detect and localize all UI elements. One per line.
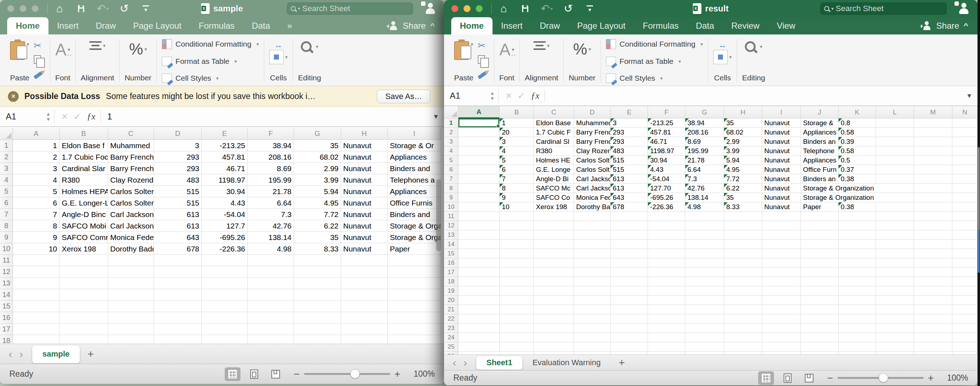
cell-F13[interactable]	[648, 230, 685, 240]
cell-B18[interactable]	[60, 335, 108, 344]
cell-C13[interactable]	[108, 278, 154, 289]
cell-M4[interactable]	[914, 146, 952, 156]
cell-L2[interactable]	[876, 128, 914, 137]
cell-H21[interactable]	[724, 305, 762, 314]
cell-C8[interactable]: Carl Jackson	[108, 220, 154, 232]
cell-K16[interactable]	[838, 258, 876, 268]
row-header-21[interactable]: 21	[444, 305, 458, 314]
cell-K7[interactable]: 0.38	[838, 174, 876, 184]
cell-N11[interactable]	[952, 212, 977, 221]
cell-D17[interactable]	[574, 268, 611, 277]
cell-D6[interactable]: 515	[154, 197, 202, 209]
cell-H19[interactable]	[724, 286, 762, 295]
cell-C9[interactable]: Monica Fede	[108, 232, 154, 243]
cell-H23[interactable]	[724, 324, 762, 333]
cell-E4[interactable]: 483	[611, 146, 648, 156]
cell-C18[interactable]	[108, 335, 154, 344]
cell-E8[interactable]: 613	[611, 184, 648, 193]
close-button[interactable]	[451, 5, 458, 12]
cell-I17[interactable]	[762, 268, 801, 277]
share-person-icon[interactable]	[958, 3, 970, 14]
cell-E3[interactable]: 293	[611, 137, 648, 146]
cell-E14[interactable]	[611, 240, 648, 249]
font-button[interactable]: A▾Font	[55, 40, 70, 82]
cell-N2[interactable]	[952, 128, 977, 137]
cell-L13[interactable]	[876, 230, 914, 240]
row-header-8[interactable]: 8	[444, 184, 458, 193]
cell-E25[interactable]	[611, 342, 648, 351]
cell-N17[interactable]	[952, 268, 977, 277]
cell-C20[interactable]	[534, 295, 574, 305]
column-header-H[interactable]: H	[341, 128, 388, 140]
cell-B15[interactable]	[500, 249, 534, 258]
cell-A8[interactable]: 8	[13, 220, 60, 232]
tab-insert[interactable]: Insert	[493, 17, 531, 35]
cell-H1[interactable]: 35	[724, 118, 762, 128]
cell-K15[interactable]	[838, 249, 876, 258]
cell-G21[interactable]	[685, 305, 724, 314]
cell-H6[interactable]: 4.95	[724, 165, 762, 174]
column-header-E[interactable]: E	[202, 128, 248, 140]
cell-K14[interactable]	[838, 240, 876, 249]
cell-A18[interactable]	[13, 335, 60, 344]
cell-H15[interactable]	[724, 249, 762, 258]
cell-F16[interactable]	[248, 312, 294, 324]
cell-E13[interactable]	[202, 278, 248, 289]
confirm-entry-icon[interactable]: ✓	[73, 111, 81, 122]
cell-J1[interactable]: Storage &	[801, 118, 838, 128]
row-header-10[interactable]: 10	[0, 243, 13, 255]
toolbar-options-icon[interactable]: ▼	[140, 3, 151, 14]
column-header-K[interactable]: K	[838, 106, 876, 118]
close-button[interactable]	[7, 5, 14, 12]
cell-I13[interactable]	[388, 278, 441, 289]
cell-G14[interactable]	[685, 240, 724, 249]
cell-H14[interactable]	[724, 240, 762, 249]
cell-C3[interactable]: Cardinal Sl	[534, 137, 574, 146]
cell-G9[interactable]: 35	[294, 232, 341, 243]
cell-D15[interactable]	[574, 249, 611, 258]
row-header-6[interactable]: 6	[444, 165, 458, 174]
column-header-E[interactable]: E	[611, 106, 648, 118]
cell-A8[interactable]	[458, 184, 500, 193]
cell-M25[interactable]	[914, 342, 952, 351]
cell-F15[interactable]	[248, 300, 294, 312]
search-input[interactable]: ▾ Search Sheet	[820, 3, 947, 15]
cell-C14[interactable]	[534, 240, 574, 249]
cell-A9[interactable]	[458, 193, 500, 202]
cell-A14[interactable]	[13, 289, 60, 300]
cell-I2[interactable]: Appliances	[388, 151, 441, 163]
name-box[interactable]: A1	[0, 111, 46, 122]
editing-button[interactable]: ▾Editing	[742, 40, 765, 82]
cell-E20[interactable]	[611, 295, 648, 305]
cell-A13[interactable]	[13, 278, 60, 289]
home-icon[interactable]: ⌂	[54, 3, 65, 14]
cell-L22[interactable]	[876, 314, 914, 324]
format-painter-icon[interactable]	[478, 68, 489, 79]
cell-C10[interactable]: Xerox 198	[534, 202, 574, 212]
cell-E1[interactable]: -213.25	[202, 140, 248, 151]
cell-I8[interactable]: Nunavut	[762, 184, 801, 193]
cell-K26[interactable]	[838, 351, 876, 354]
cell-D11[interactable]	[154, 255, 202, 266]
cell-G4[interactable]: 195.99	[685, 146, 724, 156]
cell-E6[interactable]: 515	[611, 165, 648, 174]
cell-M6[interactable]	[914, 165, 952, 174]
cell-D19[interactable]	[574, 286, 611, 295]
cell-I3[interactable]: Binders and	[388, 163, 441, 174]
cell-D16[interactable]	[574, 258, 611, 268]
column-header-L[interactable]: L	[876, 106, 914, 118]
cell-G2[interactable]: 208.16	[685, 128, 724, 137]
cell-G16[interactable]	[294, 312, 341, 324]
next-sheet-icon[interactable]: ›	[19, 349, 23, 359]
cell-M23[interactable]	[914, 324, 952, 333]
column-header-N[interactable]: N	[952, 106, 977, 118]
cell-A6[interactable]	[458, 165, 500, 174]
cell-A5[interactable]	[458, 156, 500, 165]
cell-I20[interactable]	[762, 295, 801, 305]
cell-E11[interactable]	[611, 212, 648, 221]
cell-F6[interactable]: 6.64	[248, 197, 294, 209]
cell-L19[interactable]	[876, 286, 914, 295]
cell-B1[interactable]: 1	[500, 118, 534, 128]
alignment-button[interactable]: ▾Alignment	[81, 40, 114, 82]
cell-A12[interactable]	[13, 266, 60, 278]
